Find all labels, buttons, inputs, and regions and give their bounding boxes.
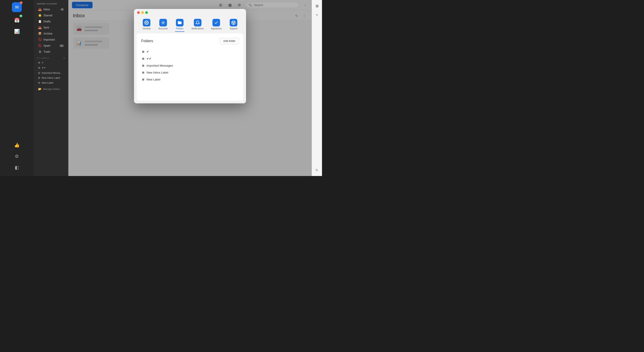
folder-dot (142, 58, 144, 60)
drafts-icon: 📋 (38, 20, 42, 23)
trash-icon: 🗑 (38, 50, 42, 53)
app-icon[interactable]: ✉ 8 (12, 2, 22, 12)
folder-item-label: New Inbox Label (146, 71, 168, 74)
folder-label: ✔ (42, 61, 44, 64)
general-tab-label: General (142, 27, 150, 30)
svg-point-0 (146, 22, 147, 23)
folder-label: New Label (42, 81, 53, 84)
add-folder-button[interactable]: Add folder (220, 38, 239, 44)
folders-tab-icon (176, 19, 184, 27)
window-minimize-btn[interactable] (141, 11, 144, 14)
loading-icon: ↻ (316, 168, 318, 172)
nav-inbox-label: Inbox (44, 8, 50, 11)
modal-folder-item-3[interactable]: Important Messages (141, 62, 239, 69)
tab-signatures[interactable]: Signatures (208, 17, 225, 32)
modal-folder-item-1[interactable]: ✔ (141, 48, 239, 55)
window-close-btn[interactable] (137, 11, 140, 14)
nav-spam-label: Spam (44, 44, 50, 47)
folder-dot (38, 67, 40, 69)
sent-icon: 📤 (38, 26, 42, 29)
nav-drafts-label: Drafts (44, 20, 51, 23)
folder-new-inbox-label[interactable]: New Inbox Label (35, 76, 67, 80)
folder-new-label[interactable]: New Label (35, 81, 67, 85)
right-calendar-btn[interactable]: ▦ (314, 2, 321, 10)
manage-folders-btn[interactable]: 📂 Manage folders (35, 86, 67, 92)
folders-content-title: Folders (141, 39, 153, 43)
tab-accounts[interactable]: Accounts (155, 17, 171, 32)
tab-support[interactable]: Support (226, 17, 241, 32)
nav-starred[interactable]: ⭐ Starred (35, 13, 67, 18)
nav-trash-label: Trash (44, 50, 50, 53)
folders-section: MY LABELS ▲ (34, 55, 68, 60)
modal-tabs: General Accounts Folders (134, 15, 246, 32)
signatures-tab-icon (212, 19, 220, 27)
folder-item-label: ✔✔ (146, 57, 152, 60)
folder-dot (142, 79, 144, 81)
collapse-icon[interactable]: ▲ (63, 57, 65, 59)
folders-section-label: MY LABELS (37, 57, 49, 59)
nav-drafts[interactable]: 📋 Drafts (35, 19, 67, 24)
nav-spam[interactable]: 🚫 Spam 14 (35, 43, 67, 49)
main-area: Compose ⊞ ▦ ⚙ 🔍 ‹ Inbox ↻ ⋮ (68, 0, 312, 176)
folder-important-messages[interactable]: Important Messa... (35, 71, 67, 75)
feedback-icon: 👍 (14, 142, 20, 148)
nav-trash[interactable]: 🗑 Trash (35, 49, 67, 55)
inbox-icon: 📥 (38, 8, 42, 11)
tab-notifications[interactable]: Notifications (188, 17, 207, 32)
modal-content: Folders Add folder ✔ ✔✔ Important Messag… (137, 34, 243, 101)
nav-sent[interactable]: 📤 Sent (35, 25, 67, 30)
nav-starred-label: Starred (44, 14, 52, 17)
notifications-tab-icon (194, 19, 202, 27)
right-loading-btn[interactable]: ↻ (314, 167, 321, 174)
folder-checkmark2[interactable]: ✔✔ (35, 66, 67, 70)
modal-folder-item-2[interactable]: ✔✔ (141, 55, 239, 62)
folder-label: ✔✔ (42, 66, 46, 69)
accounts-tab-icon (159, 19, 167, 27)
folders-tab-label: Folders (176, 27, 183, 30)
tab-folders[interactable]: Folders (172, 17, 188, 32)
accounts-tab-label: Accounts (158, 27, 168, 30)
left-panel: UNIFIED ACCOUNT 📥 Inbox 8 ⭐ Starred 📋 Dr… (34, 0, 68, 176)
spam-icon: 🚫 (38, 44, 42, 47)
folder-item-label: Important Messages (146, 64, 173, 67)
unified-account-label: UNIFIED ACCOUNT (34, 2, 68, 6)
folder-dot (142, 65, 144, 67)
nav-sent-label: Sent (44, 26, 49, 29)
folder-label: New Inbox Label (42, 77, 60, 79)
folder-checkmark1[interactable]: ✔ (35, 60, 67, 65)
feedback-btn[interactable]: 👍 (12, 140, 22, 150)
calendar-icon: 📅 (14, 18, 20, 23)
folder-dot (38, 72, 40, 74)
active-tab-indicator (175, 31, 184, 32)
support-tab-label: Support (230, 27, 238, 30)
settings-btn[interactable]: ⚙ (12, 151, 22, 161)
modal-folder-item-5[interactable]: New Label (141, 76, 239, 83)
folder-item-label: New Label (146, 78, 160, 81)
star-icon: ⭐ (38, 14, 42, 17)
inbox-badge: 8 (60, 8, 64, 11)
nav-archive[interactable]: 📦 Archive (35, 31, 67, 36)
sidebar-toggle-btn[interactable]: ◧ (12, 163, 22, 172)
app-sidebar: ✉ 8 📅 8 📊 👍 ⚙ ◧ (0, 0, 34, 176)
folder-dot (38, 62, 40, 64)
nav-important[interactable]: 🚫 Important (35, 37, 67, 42)
window-maximize-btn[interactable] (145, 11, 148, 14)
modal-folder-item-4[interactable]: New Inbox Label (141, 69, 239, 76)
folder-dot (38, 82, 40, 84)
folder-dot (142, 72, 144, 74)
sidebar-chart-btn[interactable]: 📊 (12, 27, 22, 36)
general-tab-icon (143, 19, 150, 27)
right-ai-btn[interactable]: ✦ (314, 11, 321, 18)
archive-icon: 📦 (38, 32, 42, 35)
signatures-tab-label: Signatures (211, 27, 222, 30)
sidebar-calendar-btn[interactable]: 📅 8 (12, 15, 22, 25)
nav-inbox[interactable]: 📥 Inbox 8 (35, 7, 67, 12)
svg-point-1 (162, 22, 164, 24)
app-badge: 8 (20, 1, 23, 4)
tab-general[interactable]: General (139, 17, 154, 32)
notifications-tab-label: Notifications (192, 27, 204, 30)
chart-icon: 📊 (14, 29, 20, 34)
modal-overlay[interactable]: General Accounts Folders (68, 0, 312, 176)
manage-folders-label: Manage folders (43, 88, 60, 90)
calendar-panel-icon: ▦ (316, 4, 319, 8)
